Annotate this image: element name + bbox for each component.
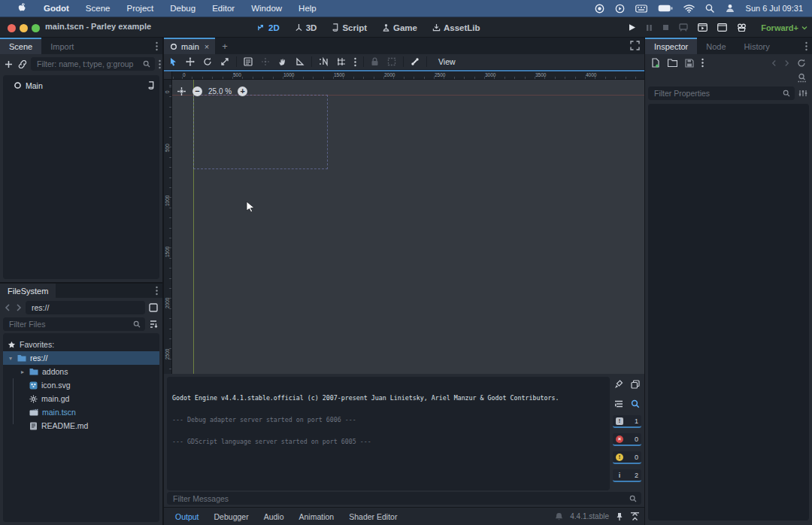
resource-options-menu-icon[interactable] [700, 56, 705, 69]
apple-menu-icon[interactable] [9, 3, 35, 14]
close-window-button[interactable] [8, 24, 16, 32]
expand-bottom-panel-icon[interactable] [630, 512, 640, 521]
fs-forward-icon[interactable] [14, 302, 23, 313]
group-selected-icon[interactable] [386, 56, 398, 68]
menu-project[interactable]: Project [118, 4, 162, 13]
history-forward-icon[interactable] [783, 58, 791, 68]
fs-filter-field[interactable] [3, 317, 145, 331]
pan-tool-icon[interactable] [277, 56, 289, 68]
screen-record-icon[interactable] [595, 4, 604, 14]
bottom-tab-audio[interactable]: Audio [257, 510, 291, 523]
ruler-tool-icon[interactable] [294, 56, 306, 68]
fs-item-main-tscn[interactable]: main.tscn [3, 405, 159, 419]
bottom-tab-shader-editor[interactable]: Shader Editor [342, 510, 404, 523]
keyboard-icon[interactable] [635, 5, 647, 13]
menu-scene[interactable]: Scene [77, 4, 119, 13]
expand-viewport-icon[interactable] [630, 41, 640, 50]
fs-sort-icon[interactable] [147, 318, 159, 330]
zoom-out-button[interactable]: − [192, 86, 202, 96]
menu-editor[interactable]: Editor [204, 4, 243, 13]
workspace-tab-assetlib[interactable]: AssetLib [428, 22, 485, 34]
close-scene-tab-icon[interactable]: × [205, 42, 209, 51]
message-filter-input[interactable] [171, 493, 626, 504]
output-filter-editor-badge[interactable]: i 2 [613, 469, 641, 482]
scene-tree-menu-icon[interactable] [157, 58, 162, 71]
new-resource-icon[interactable] [650, 56, 662, 69]
tab-history[interactable]: History [735, 38, 779, 54]
collapse-arrow-icon[interactable]: ▾ [8, 355, 14, 362]
fs-item-addons[interactable]: ▸ addons [3, 365, 159, 378]
scene-node-main[interactable]: Main [3, 78, 159, 93]
inspector-filter-field[interactable] [648, 86, 795, 100]
bottom-tab-output[interactable]: Output [168, 510, 206, 523]
fs-item-res-root[interactable]: ▾ res:// [3, 351, 159, 365]
spotlight-search-icon[interactable] [705, 4, 714, 13]
add-node-button[interactable] [3, 59, 14, 70]
output-log[interactable]: Godot Engine v4.4.1.stable.official (c) … [167, 377, 610, 490]
tab-scene[interactable]: Scene [0, 38, 41, 54]
renderer-selector[interactable]: Forward+ [761, 23, 807, 32]
movie-maker-button[interactable] [735, 22, 748, 33]
user-switch-icon[interactable] [725, 4, 735, 13]
stop-button[interactable] [661, 23, 671, 32]
tab-node[interactable]: Node [697, 38, 735, 54]
output-search-icon[interactable] [629, 398, 641, 410]
workspace-tab-script[interactable]: Script [327, 22, 371, 34]
bottom-tab-debugger[interactable]: Debugger [208, 510, 256, 523]
collapse-duplicates-icon[interactable] [613, 398, 625, 410]
tab-inspector[interactable]: Inspector [645, 38, 697, 54]
message-filter-field[interactable] [167, 492, 641, 505]
history-back-icon[interactable] [770, 58, 778, 68]
fs-item-main-gd[interactable]: main.gd [3, 392, 159, 405]
notification-bell-icon[interactable] [555, 512, 563, 521]
workspace-tab-3d[interactable]: 3D [290, 22, 322, 34]
zoom-window-button[interactable] [32, 24, 40, 32]
snap-pivot-icon[interactable] [259, 56, 271, 68]
open-docs-icon[interactable] [795, 71, 808, 85]
skeleton-options-icon[interactable] [409, 56, 421, 68]
smart-snap-icon[interactable] [317, 56, 330, 68]
scale-tool-icon[interactable] [219, 56, 231, 68]
fs-split-mode-icon[interactable] [147, 302, 159, 314]
fs-item-readme[interactable]: README.md [3, 419, 159, 432]
pin-bottom-panel-icon[interactable] [616, 512, 623, 521]
play-circle-icon[interactable] [615, 4, 625, 14]
workspace-tab-2d[interactable]: 2D [253, 22, 284, 34]
fs-filter-input[interactable] [8, 319, 130, 329]
output-filter-warnings-badge[interactable]: ! 0 [613, 451, 641, 464]
copy-output-icon[interactable] [629, 378, 641, 390]
fs-path-input[interactable] [30, 302, 141, 313]
save-resource-icon[interactable] [683, 57, 695, 69]
filesystem-menu-icon[interactable] [151, 286, 162, 296]
zoom-level-label[interactable]: 25.0 % [208, 87, 232, 96]
canvas[interactable]: − 25.0 % + [172, 80, 644, 374]
load-resource-icon[interactable] [666, 57, 679, 68]
inspector-properties-area[interactable] [648, 104, 809, 520]
play-current-scene-button[interactable] [696, 22, 709, 33]
select-tool-icon[interactable] [167, 56, 179, 68]
view-menu-button[interactable]: View [432, 56, 462, 67]
minimize-window-button[interactable] [20, 24, 28, 32]
pause-button[interactable] [644, 23, 654, 33]
inspector-filter-input[interactable] [653, 88, 780, 99]
2d-viewport[interactable]: 0 500 1000 1500 2000 2500 3000 3500 4000… [164, 70, 644, 374]
scene-filter-input[interactable] [35, 59, 140, 69]
tab-filesystem[interactable]: FileSystem [0, 284, 56, 298]
lock-selected-icon[interactable] [369, 56, 380, 68]
menu-window[interactable]: Window [243, 4, 290, 13]
grid-snap-icon[interactable] [335, 56, 347, 68]
remote-debug-button[interactable] [677, 22, 689, 33]
new-scene-tab-button[interactable]: + [215, 38, 235, 54]
scene-dock-menu-icon[interactable] [151, 38, 162, 54]
bottom-tab-animation[interactable]: Animation [292, 510, 341, 523]
instantiate-scene-button[interactable] [17, 59, 29, 70]
snap-options-menu-icon[interactable] [353, 56, 358, 68]
menubar-clock[interactable]: Sun 6 Jul 09:31 [746, 4, 803, 13]
play-project-button[interactable] [626, 22, 638, 33]
output-filter-errors-badge[interactable]: × 0 [613, 433, 641, 446]
fs-back-icon[interactable] [3, 302, 12, 313]
menu-help[interactable]: Help [290, 4, 325, 13]
tab-import[interactable]: Import [41, 38, 83, 54]
edit-history-icon[interactable] [795, 57, 807, 69]
scene-filter-field[interactable] [31, 57, 155, 71]
